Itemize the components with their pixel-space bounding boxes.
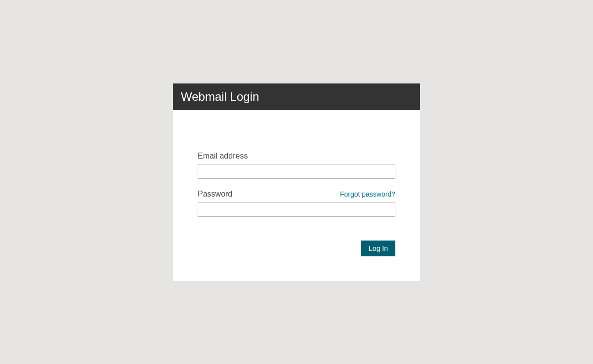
login-body: Email address Password Forgot password? …: [173, 110, 420, 281]
login-card: Webmail Login Email address Password For…: [173, 83, 420, 281]
email-field[interactable]: [198, 164, 395, 179]
password-label: Password: [198, 190, 232, 199]
email-label: Email address: [198, 152, 248, 161]
login-button[interactable]: Log In: [361, 241, 395, 256]
button-row: Log In: [198, 241, 395, 256]
password-label-row: Password Forgot password?: [198, 190, 395, 199]
password-field[interactable]: [198, 202, 395, 217]
forgot-password-link[interactable]: Forgot password?: [340, 190, 395, 198]
password-group: Password Forgot password?: [198, 190, 395, 217]
email-label-row: Email address: [198, 152, 395, 161]
login-header-title: Webmail Login: [173, 83, 420, 110]
email-group: Email address: [198, 152, 395, 179]
